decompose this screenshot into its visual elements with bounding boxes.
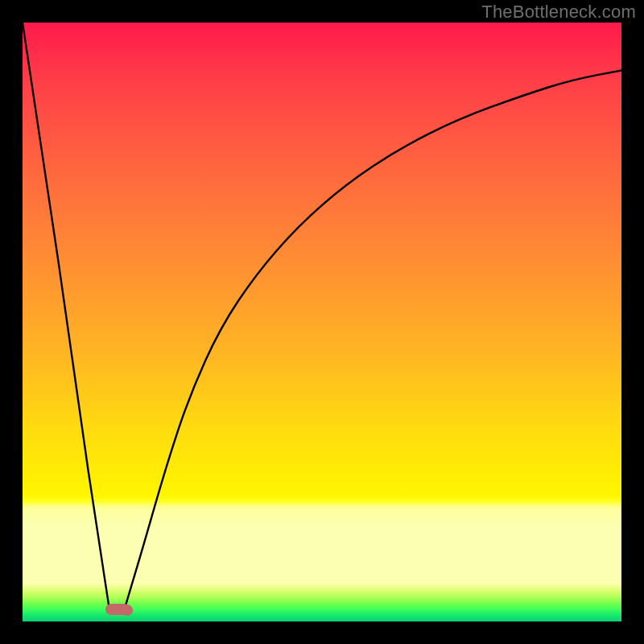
curve-right-branch: [125, 71, 622, 610]
watermark-label: TheBottleneck.com: [481, 2, 636, 23]
plot-area: [23, 23, 621, 621]
chart-canvas: TheBottleneck.com: [0, 0, 644, 644]
curve-left-branch: [23, 23, 109, 609]
curve-layer: [23, 23, 621, 621]
cusp-marker: [105, 604, 131, 615]
